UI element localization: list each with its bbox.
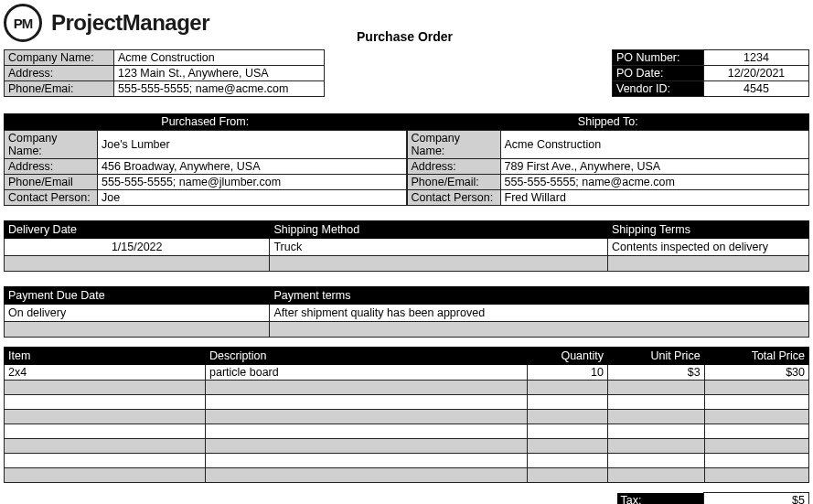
cell-total: $30 — [704, 365, 808, 381]
purchased-from-header: Purchased From: — [4, 113, 407, 130]
cell-item — [5, 395, 206, 410]
shipping-terms-value: Contents inspected on delivery — [607, 239, 808, 256]
pf-contact-label: Contact Person: — [5, 190, 98, 206]
company-name-value: Acme Construction — [114, 50, 325, 66]
payment-table: Payment Due Date Payment terms On delive… — [4, 286, 809, 338]
cell-total — [704, 410, 808, 424]
cell-total — [704, 439, 808, 454]
st-phone-value: 555-555-5555; name@acme.com — [500, 175, 809, 190]
cell-total — [704, 424, 808, 439]
tax-label: Tax: — [617, 493, 704, 505]
cell-unit — [608, 410, 705, 424]
po-date-label: PO Date: — [613, 66, 704, 81]
brand-name: ProjectManager — [51, 10, 209, 36]
st-contact-label: Contact Person: — [407, 190, 500, 206]
cell-total — [704, 454, 808, 468]
company-name-label: Company Name: — [5, 50, 114, 66]
vendor-id-label: Vendor ID: — [613, 81, 704, 97]
cell-desc — [206, 454, 528, 468]
st-name-label: Company Name: — [407, 131, 500, 159]
st-contact-value: Fred Willard — [500, 190, 809, 206]
totals-table: Tax: $5 Total: 35 — [4, 492, 809, 504]
cell-qty — [528, 395, 608, 410]
cell-qty — [528, 468, 608, 483]
company-address-label: Address: — [5, 66, 114, 81]
item-header: Item — [5, 348, 206, 365]
cell-item — [5, 454, 206, 468]
pf-address-value: 456 Broadway, Anywhere, USA — [98, 159, 407, 175]
items-table: Item Description Quantity Unit Price Tot… — [4, 347, 809, 483]
cell-desc — [206, 410, 528, 424]
shipped-to-header: Shipped To: — [407, 113, 810, 130]
cell-qty — [528, 410, 608, 424]
cell-unit — [608, 468, 705, 483]
company-phone-label: Phone/Emai: — [5, 81, 114, 97]
cell-total — [704, 468, 808, 483]
pf-phone-label: Phone/Email — [5, 175, 98, 190]
unit-price-header: Unit Price — [608, 348, 705, 365]
cell-item — [5, 439, 206, 454]
st-phone-label: Phone/Email: — [407, 175, 500, 190]
vendor-id-value: 4545 — [704, 81, 809, 97]
cell-unit — [608, 381, 705, 395]
cell-desc — [206, 439, 528, 454]
company-info-table: Company Name: Acme Construction Address:… — [4, 49, 325, 97]
table-row: 2x4particle board10$3$30 — [5, 365, 809, 381]
payment-terms-value: After shipment quality has been approved — [270, 305, 809, 322]
cell-unit — [608, 454, 705, 468]
shipped-to-table: Company Name:Acme Construction Address:7… — [407, 130, 810, 206]
delivery-date-value: 1/15/2022 — [5, 239, 270, 256]
table-row — [5, 410, 809, 424]
tax-value: $5 — [704, 493, 809, 505]
shipping-method-value: Truck — [270, 239, 608, 256]
table-row — [5, 424, 809, 439]
purchased-from-table: Company Name:Joe's Lumber Address:456 Br… — [4, 130, 407, 206]
po-number-value: 1234 — [704, 50, 809, 66]
cell-unit — [608, 395, 705, 410]
cell-qty — [528, 454, 608, 468]
shipping-table: Delivery Date Shipping Method Shipping T… — [4, 220, 809, 272]
company-address-value: 123 Main St., Anywhere, USA — [114, 66, 325, 81]
cell-desc — [206, 468, 528, 483]
cell-unit — [608, 424, 705, 439]
total-price-header: Total Price — [704, 348, 808, 365]
pf-contact-value: Joe — [98, 190, 407, 206]
payment-due-value: On delivery — [5, 305, 270, 322]
logo-icon: PM — [4, 4, 42, 42]
cell-item — [5, 381, 206, 395]
table-row — [5, 439, 809, 454]
table-row — [5, 381, 809, 395]
cell-total — [704, 381, 808, 395]
pf-name-label: Company Name: — [5, 131, 98, 159]
cell-qty: 10 — [528, 365, 608, 381]
description-header: Description — [206, 348, 528, 365]
cell-qty — [528, 424, 608, 439]
shipping-terms-header: Shipping Terms — [607, 221, 808, 239]
table-row — [5, 468, 809, 483]
cell-unit: $3 — [608, 365, 705, 381]
payment-terms-header: Payment terms — [270, 287, 809, 305]
cell-total — [704, 395, 808, 410]
po-date-value: 12/20/2021 — [704, 66, 809, 81]
payment-due-header: Payment Due Date — [5, 287, 270, 305]
table-row — [5, 454, 809, 468]
pf-phone-value: 555-555-5555; name@jlumber.com — [98, 175, 407, 190]
table-row — [5, 395, 809, 410]
cell-desc — [206, 424, 528, 439]
cell-qty — [528, 381, 608, 395]
po-info-table: PO Number: 1234 PO Date: 12/20/2021 Vend… — [612, 49, 809, 97]
cell-desc — [206, 381, 528, 395]
pf-name-value: Joe's Lumber — [98, 131, 407, 159]
quantity-header: Quantity — [528, 348, 608, 365]
cell-item: 2x4 — [5, 365, 206, 381]
company-phone-value: 555-555-5555; name@acme.com — [114, 81, 325, 97]
po-number-label: PO Number: — [613, 50, 704, 66]
shipping-method-header: Shipping Method — [270, 221, 608, 239]
st-address-value: 789 First Ave., Anywhere, USA — [500, 159, 809, 175]
st-address-label: Address: — [407, 159, 500, 175]
cell-desc — [206, 395, 528, 410]
cell-desc: particle board — [206, 365, 528, 381]
cell-unit — [608, 439, 705, 454]
pf-address-label: Address: — [5, 159, 98, 175]
delivery-date-header: Delivery Date — [5, 221, 270, 239]
